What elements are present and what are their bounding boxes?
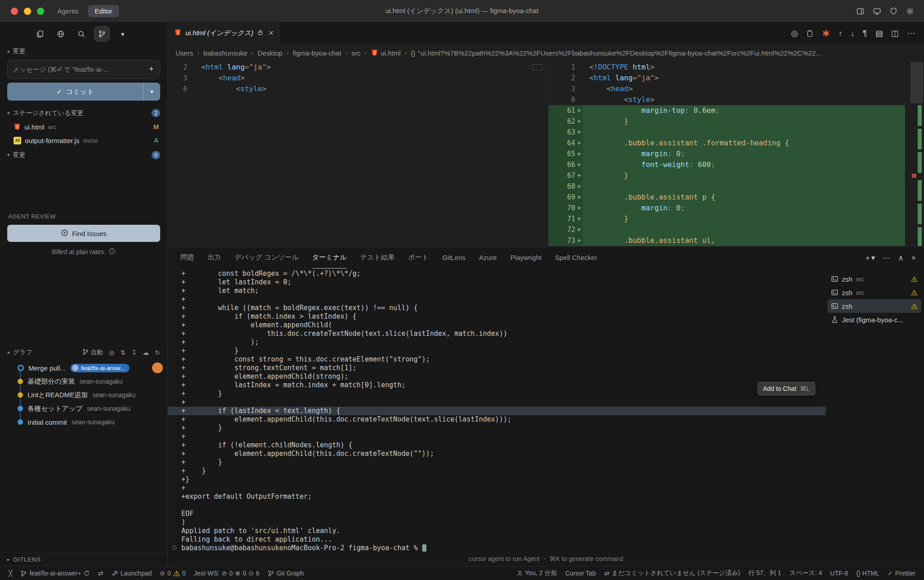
breadcrumb-item[interactable]: 5ui.html xyxy=(371,49,401,57)
language-mode[interactable]: {} HTML xyxy=(853,570,882,577)
tab-agents[interactable]: Agents xyxy=(51,5,85,17)
launchpad[interactable]: Launchpad xyxy=(108,570,155,577)
commit-row[interactable]: Merge pull...feat/fix-ai-answ... xyxy=(0,361,167,375)
breadcrumb-item[interactable]: figma-byoa-chat xyxy=(293,49,342,57)
diff-editor[interactable]: 2<html lang="ja">3 <head>6 <style> 1<!DO… xyxy=(168,62,924,246)
find-issues-button[interactable]: Find Issues xyxy=(7,225,160,242)
close-panel-button[interactable]: × xyxy=(911,254,916,262)
deleted-region-mark xyxy=(912,174,916,178)
panel-tab[interactable]: テスト結果 xyxy=(360,247,394,269)
unstaged-section-header[interactable]: ▾ 変更 0 xyxy=(0,147,167,162)
target-button[interactable]: ◎ xyxy=(109,349,115,356)
download-button[interactable]: ↧ xyxy=(132,349,137,356)
search-view-button[interactable] xyxy=(74,27,88,41)
clipboard-button[interactable] xyxy=(806,30,813,37)
cloud-button[interactable]: ☁ xyxy=(143,349,149,356)
editor-toolbar: ◎∗↑↓¶▤◫⋯ xyxy=(791,23,924,44)
swap-button[interactable]: ⇅ xyxy=(120,349,126,356)
breadcrumb-item[interactable]: Users xyxy=(176,49,193,57)
cursor-tab[interactable]: Cursor Tab xyxy=(562,570,599,577)
indentation[interactable]: スペース: 4 xyxy=(786,569,826,577)
problems[interactable]: ⊘00 xyxy=(157,570,189,577)
branch-badge[interactable]: feat/fix-ai-answ... xyxy=(70,364,130,372)
commit-row[interactable]: 各種セットアップsean-sunagaku xyxy=(0,402,167,415)
terminal-line: + xyxy=(168,432,826,441)
panel-tab[interactable]: Azure xyxy=(479,247,497,269)
map-button[interactable]: ▤ xyxy=(875,29,883,37)
maximize-panel-button[interactable]: ∧ xyxy=(898,254,904,262)
arrow-up-button[interactable]: ↑ xyxy=(838,29,842,37)
close-tab-icon[interactable]: × xyxy=(268,28,273,38)
staged-section-header[interactable]: ▾ ステージされている変更 2 xyxy=(0,105,167,120)
gitlens-section-header[interactable]: ▸ GITLENS xyxy=(0,552,167,566)
file-row[interactable]: 5ui.htmlsrcM xyxy=(0,120,167,134)
commit-message-input[interactable] xyxy=(13,66,148,73)
panel-tab[interactable]: デバッグ コンソール xyxy=(235,247,299,269)
remote-indicator[interactable]: ╳ xyxy=(5,570,15,576)
split-editor-button[interactable]: ◫ xyxy=(891,29,899,37)
fold-widget[interactable] xyxy=(532,64,543,70)
zoom-window-button[interactable] xyxy=(37,8,44,15)
section-label: 変更 xyxy=(13,151,26,159)
panel-tab[interactable]: Spell Checker xyxy=(555,247,597,269)
breadcrumb-item[interactable]: {}"ui.html?%7B%22path%22%3A%22%2FUsers%2… xyxy=(411,49,822,57)
commit-button[interactable]: ✓コミット ▾ xyxy=(7,83,160,101)
breadcrumb-item[interactable]: babashunsuke xyxy=(203,49,248,57)
shield-button[interactable] xyxy=(890,7,897,15)
panel-layout-button[interactable] xyxy=(856,7,864,15)
commit-row[interactable]: LintとREADME追加sean-sunagaku xyxy=(0,388,167,402)
file-row[interactable]: JSoutput-formatter.jssrc/uiA xyxy=(0,134,167,147)
new-terminal-button[interactable]: +▾ xyxy=(865,254,875,262)
changes-section-header[interactable]: ▾ 変更 xyxy=(0,44,167,58)
panel-tab[interactable]: Playwright xyxy=(510,247,541,269)
braces-icon: {} xyxy=(411,50,416,56)
commit-row[interactable]: 基礎部分の実装sean-sunagaku xyxy=(0,375,167,388)
graph-auto-toggle[interactable]: 自動 xyxy=(82,348,103,357)
terminal-list-item[interactable]: zshsrc xyxy=(827,272,921,286)
git-graph[interactable]: Git Graph xyxy=(264,570,307,577)
close-window-button[interactable] xyxy=(11,8,18,15)
ai-star-button[interactable]: ∗ xyxy=(822,28,830,38)
commit-row[interactable]: Initial commitsean-sunagaku xyxy=(0,415,167,429)
minimize-window-button[interactable] xyxy=(24,8,31,15)
terminal-more-button[interactable]: ⋯ xyxy=(883,254,891,262)
arrow-down-button[interactable]: ↓ xyxy=(850,29,855,37)
overview-ruler[interactable] xyxy=(905,62,924,246)
jest-status[interactable]: Jest-WS:⊘0⊗0⊙6 xyxy=(191,570,263,577)
monitor-button[interactable] xyxy=(873,7,881,15)
source-control-view-button[interactable] xyxy=(95,27,109,41)
more-button[interactable]: ⋯ xyxy=(907,29,915,37)
breadcrumb-item[interactable]: src xyxy=(351,49,360,57)
branch-status[interactable]: feat/fix-ai-answer+ xyxy=(17,570,93,577)
terminal-list-item[interactable]: zshsrc xyxy=(827,286,921,299)
terminal-output[interactable]: + const boldRegex = /\*\*(.+?)\*\*/g;+ l… xyxy=(168,269,826,552)
commit-state[interactable]: ⇄まだコミットされていません (ステージ済み) xyxy=(601,569,744,577)
terminal-list-item[interactable]: Jest (figma-byoa-c... xyxy=(827,313,921,326)
compare-status[interactable]: ⇄ xyxy=(95,570,106,576)
blame-status[interactable]: You, 2 分前 xyxy=(513,569,560,577)
encoding[interactable]: UTF-8 xyxy=(827,570,851,577)
copilot-button[interactable]: ◎ xyxy=(791,29,798,37)
tab-editor[interactable]: Editor xyxy=(88,5,119,17)
pilcrow-button[interactable]: ¶ xyxy=(863,29,867,37)
formatter[interactable]: ✓Prettier xyxy=(884,570,919,577)
commit-dropdown-button[interactable]: ▾ xyxy=(143,83,160,101)
panel-tab[interactable]: ターミナル xyxy=(312,247,346,269)
terminal[interactable]: + const boldRegex = /\*\*(.+?)\*\*/g;+ l… xyxy=(168,269,826,552)
panel-tab[interactable]: ポート xyxy=(408,247,429,269)
refresh-button[interactable]: ↻ xyxy=(155,349,160,356)
terminal-list-item[interactable]: zsh xyxy=(827,299,921,313)
add-to-chat-button[interactable]: Add to Chat ⌘L xyxy=(758,382,815,395)
files-view-button[interactable] xyxy=(32,27,47,41)
scrollbar-thumb[interactable] xyxy=(910,62,923,103)
chevron-down-view-button[interactable]: ▾ xyxy=(116,27,130,41)
cursor-position[interactable]: 行 57、列 1 xyxy=(745,569,784,577)
settings-gear-button[interactable] xyxy=(906,7,914,15)
globe-view-button[interactable] xyxy=(53,27,68,41)
breadcrumb-item[interactable]: Desktop xyxy=(258,49,282,57)
file-status: A xyxy=(152,137,160,144)
panel-tab[interactable]: 問題 xyxy=(180,247,194,269)
editor-tab[interactable]: 5 ui.html (インデックス) × xyxy=(168,23,280,44)
panel-tab[interactable]: 出力 xyxy=(208,247,221,269)
panel-tab[interactable]: GitLens xyxy=(442,247,466,269)
